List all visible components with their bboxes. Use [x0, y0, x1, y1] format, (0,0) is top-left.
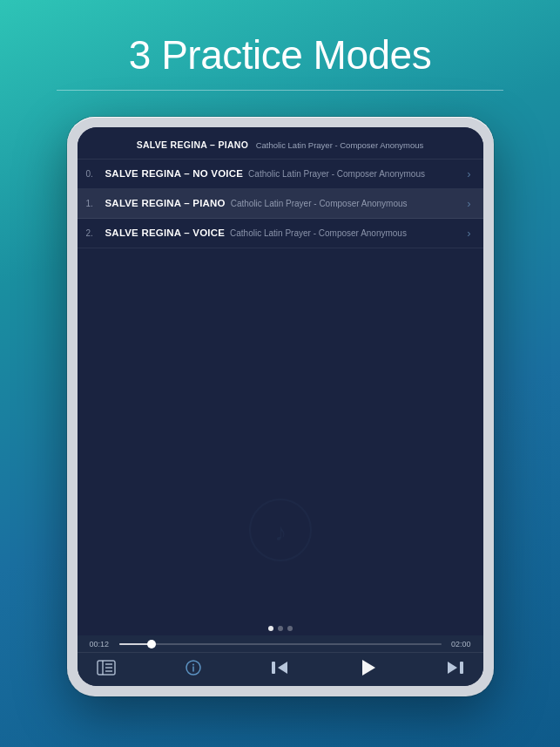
library-button[interactable]: [97, 660, 116, 676]
tablet-screen: SALVE REGINA – PIANO Catholic Latin Pray…: [78, 127, 483, 686]
dot-2: [287, 626, 293, 631]
header-divider: [57, 90, 503, 91]
track-info-1: SALVE REGINA – PIANO Catholic Latin Pray…: [105, 198, 464, 208]
play-button[interactable]: [358, 658, 377, 677]
track-info-2: SALVE REGINA – VOICE Catholic Latin Pray…: [105, 227, 464, 238]
chevron-icon-0: ›: [467, 167, 470, 180]
tablet-device: SALVE REGINA – PIANO Catholic Latin Pray…: [67, 117, 494, 696]
app-logo-watermark: ♪: [246, 495, 315, 568]
now-playing-subtitle: Catholic Latin Prayer - Composer Anonymo…: [256, 140, 424, 150]
dot-0: [268, 626, 273, 631]
svg-rect-11: [272, 662, 275, 674]
track-name-1: SALVE REGINA – PIANO: [105, 198, 226, 208]
progress-bar-area: 00:12 02:00: [78, 635, 483, 652]
svg-marker-12: [362, 660, 375, 676]
total-time: 02:00: [449, 640, 471, 649]
skip-forward-button[interactable]: [447, 660, 464, 676]
track-number-1: 1.: [86, 199, 105, 208]
chevron-icon-1: ›: [467, 197, 470, 210]
track-info-0: SALVE REGINA – NO VOICE Catholic Latin P…: [105, 168, 464, 179]
page-title: 3 Practice Modes: [17, 33, 543, 78]
track-item-1[interactable]: 1. SALVE REGINA – PIANO Catholic Latin P…: [78, 189, 483, 219]
progress-track[interactable]: [119, 643, 442, 645]
track-meta-0: Catholic Latin Prayer - Composer Anonymo…: [248, 169, 425, 179]
info-button[interactable]: [186, 660, 201, 676]
svg-rect-14: [460, 662, 463, 674]
track-name-0: SALVE REGINA – NO VOICE: [105, 168, 244, 179]
track-number-0: 0.: [86, 169, 105, 179]
track-list: 0. SALVE REGINA – NO VOICE Catholic Lati…: [78, 160, 483, 390]
svg-point-8: [192, 663, 194, 665]
dot-1: [278, 626, 283, 631]
track-item-0[interactable]: 0. SALVE REGINA – NO VOICE Catholic Lati…: [78, 160, 483, 189]
now-playing-bar: SALVE REGINA – PIANO Catholic Latin Pray…: [78, 127, 483, 160]
skip-back-button[interactable]: [271, 660, 288, 676]
track-name-2: SALVE REGINA – VOICE: [105, 227, 226, 238]
dark-space: ♪: [78, 390, 483, 621]
svg-marker-10: [278, 662, 287, 674]
track-item-2[interactable]: 2. SALVE REGINA – VOICE Catholic Latin P…: [78, 219, 483, 248]
page-header: 3 Practice Modes: [0, 0, 560, 101]
track-number-2: 2.: [86, 228, 105, 238]
track-meta-2: Catholic Latin Prayer - Composer Anonymo…: [230, 228, 407, 238]
chevron-icon-2: ›: [467, 227, 470, 240]
controls-bar: [78, 652, 483, 686]
svg-text:♪: ♪: [274, 519, 287, 546]
now-playing-title: SALVE REGINA – PIANO: [137, 139, 249, 150]
svg-marker-13: [448, 662, 457, 674]
track-meta-1: Catholic Latin Prayer - Composer Anonymo…: [231, 199, 408, 208]
current-time: 00:12: [90, 640, 112, 649]
progress-thumb[interactable]: [147, 640, 156, 649]
page-dots: [78, 621, 483, 635]
